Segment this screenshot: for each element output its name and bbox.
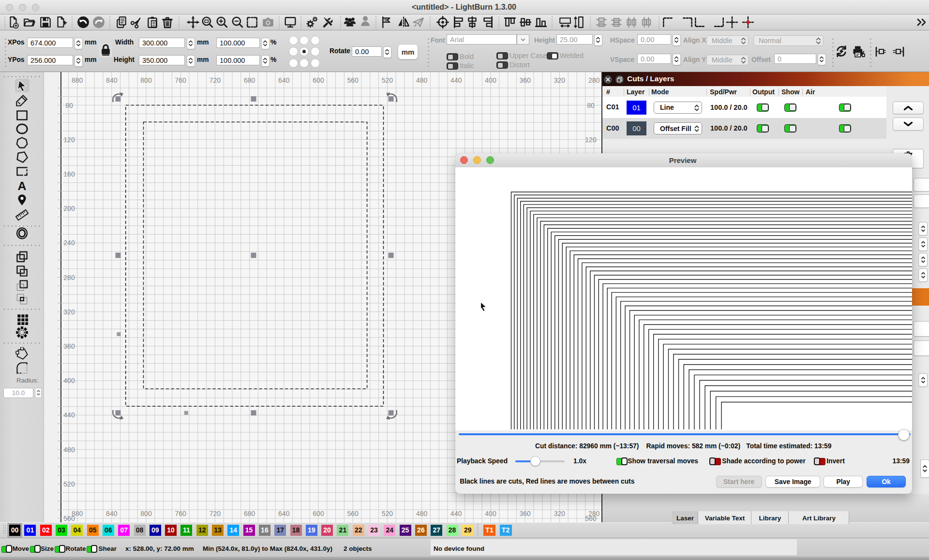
svg-text:A: A bbox=[18, 180, 27, 192]
